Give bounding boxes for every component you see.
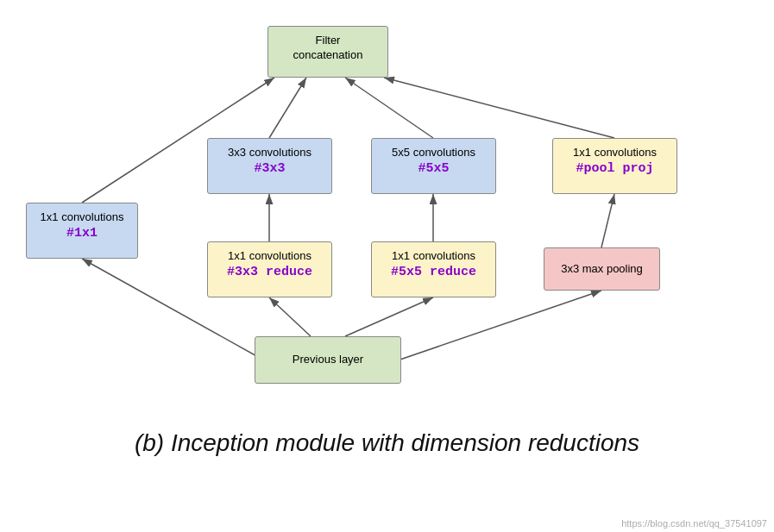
svg-line-11	[393, 291, 601, 362]
prev-layer-label: Previous layer	[293, 353, 363, 367]
conv-5x5-label: 5x5 convolutions	[377, 146, 490, 160]
reduce-3x3-label: 1x1 convolutions	[213, 249, 326, 264]
max-pool-label: 3x3 max pooling	[561, 262, 643, 277]
conv-5x5-node: 5x5 convolutions #5x5	[371, 138, 496, 194]
watermark: https://blog.csdn.net/qq_37541097	[621, 518, 767, 529]
svg-line-4	[384, 78, 614, 138]
conv-pool-proj-node: 1x1 convolutions #pool proj	[552, 138, 677, 194]
conv-3x3-param: #3x3	[213, 160, 326, 178]
svg-line-9	[345, 297, 433, 336]
filter-concat-label: Filter concatenation	[293, 34, 363, 61]
prev-layer-node: Previous layer	[255, 336, 401, 384]
svg-line-1	[269, 78, 306, 138]
conv-1x1-node: 1x1 convolutions #1x1	[26, 203, 138, 259]
reduce-5x5-param: #5x5 reduce	[377, 264, 490, 281]
max-pool-node: 3x3 max pooling	[544, 247, 660, 291]
reduce-3x3-param: #3x3 reduce	[213, 264, 326, 281]
diagram-area: Filter concatenation 3x3 convolutions #3…	[0, 0, 774, 422]
svg-line-8	[269, 297, 311, 336]
conv-pool-proj-label: 1x1 convolutions	[558, 146, 671, 160]
reduce-3x3-node: 1x1 convolutions #3x3 reduce	[207, 241, 332, 297]
svg-line-2	[345, 78, 433, 138]
reduce-5x5-node: 1x1 convolutions #5x5 reduce	[371, 241, 496, 297]
conv-pool-proj-param: #pool proj	[558, 160, 671, 178]
svg-line-7	[601, 194, 614, 247]
conv-3x3-node: 3x3 convolutions #3x3	[207, 138, 332, 194]
reduce-5x5-label: 1x1 convolutions	[377, 249, 490, 264]
conv-1x1-label: 1x1 convolutions	[32, 210, 132, 225]
filter-concat-node: Filter concatenation	[267, 26, 388, 78]
conv-1x1-param: #1x1	[32, 225, 132, 242]
conv-3x3-label: 3x3 convolutions	[213, 146, 326, 160]
conv-5x5-param: #5x5	[377, 160, 490, 178]
caption: (b) Inception module with dimension redu…	[0, 422, 774, 457]
